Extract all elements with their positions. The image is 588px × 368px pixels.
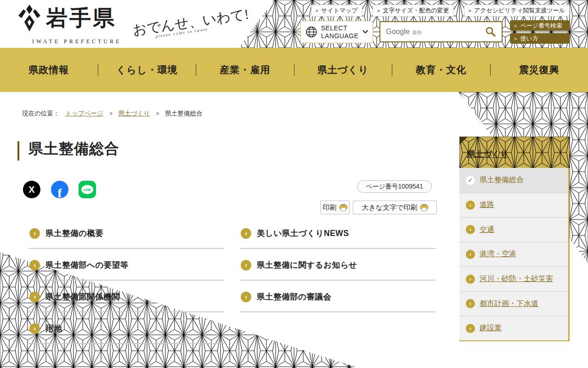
facebook-icon: f [58,186,62,198]
large-print-button[interactable]: 大きな文字で印刷 [353,201,437,214]
site-name-en: IWATE PREFECTURE [32,38,121,45]
nav-item-kendo[interactable]: 県土づくり [294,63,392,76]
divider [240,248,435,249]
accessibility-tool-label: アクセシビリティ閲覧支援ツール [474,6,565,15]
page-number-badge: ページ番号1009541 [357,180,432,193]
printer-icon [339,204,347,211]
print-button[interactable]: 印刷 [320,201,350,214]
chevron-right-icon: > [469,8,471,13]
check-icon: ✓ [466,176,475,185]
sidebar-item-kotsu[interactable]: › 交通 [459,217,568,242]
sitemap-label: サイトマップ [321,6,358,15]
text-size-color-button[interactable]: > 文字サイズ・配色の変更 [373,5,454,17]
arrow-circle-icon: › [29,228,40,239]
select-language-button[interactable]: SELECT LANGUAGE [300,21,373,43]
text-size-color-label: 文字サイズ・配色の変更 [383,6,449,15]
title-accent-bar [17,141,19,161]
corner-fold-icon [459,137,468,145]
link-kendo-kikan[interactable]: › 県土整備部関係機関 [29,291,120,302]
sidebar-item-kowan-kuko[interactable]: › 港湾・空港 [459,242,568,267]
globe-icon [305,26,317,38]
page: 岩手県 IWATE PREFECTURE おでんせ、いわて! please co… [0,0,588,368]
sitemap-button[interactable]: > サイトマップ [311,5,362,17]
breadcrumb-separator: > [109,110,113,117]
chevron-right-icon: > [514,36,517,41]
sidebar-header: 県土づくり [459,137,570,168]
search-icon[interactable] [485,26,496,37]
nav-item-kensei[interactable]: 県政情報 [0,63,98,76]
arrow-circle-icon: › [241,228,251,239]
asanoha-pattern [0,239,459,368]
link-yochi[interactable]: › 用地 [29,323,62,334]
page-number-search-label: ページ番号検索 [520,22,562,30]
how-to-use-label: 使い方 [520,34,538,43]
quick-buttons: > ページ番号検索 > 使い方 [510,20,570,44]
category-sidebar: 県土づくり ✓ 県土整備総合 › 道路 › 交通 › 港湾・空港 › 河川・砂防… [459,137,570,341]
chevron-right-icon: > [514,23,517,29]
divider [28,343,224,344]
nav-item-kyoiku[interactable]: 教育・文化 [392,63,490,76]
site-header: 岩手県 IWATE PREFECTURE おでんせ、いわて! please co… [0,0,588,48]
link-kendo-gaiyo[interactable]: › 県土整備の概要 [29,228,103,239]
how-to-use-button[interactable]: > 使い方 [510,33,570,44]
breadcrumb: 現在の位置： トップページ > 県土づくり > 県土整備総合 [22,109,202,118]
divider [28,311,224,312]
arrow-circle-icon: › [466,324,475,333]
arrow-circle-icon: › [29,323,40,334]
select-language-label: SELECT LANGUAGE [321,24,359,39]
breadcrumb-prefix: 現在の位置： [22,109,59,118]
divider [240,280,435,281]
arrow-circle-icon: › [466,299,475,308]
link-kendo-yobo[interactable]: › 県土整備部への要望等 [29,259,129,270]
link-kendo-shingikai[interactable]: › 県土整備部の審議会 [241,291,331,302]
line-icon: LINE [81,185,93,194]
breadcrumb-link-kendo[interactable]: 県土づくり [119,109,150,118]
chevron-down-icon [362,30,368,34]
utility-links: > サイトマップ > 文字サイズ・配色の変更 > アクセシビリティ閲覧支援ツール [311,5,570,17]
sidebar-item-kasen-sabo[interactable]: › 河川・砂防・土砂災害 [459,266,568,291]
site-tagline: おでんせ、いわて! [131,5,250,40]
arrow-circle-icon: › [466,250,475,259]
arrow-circle-icon: › [466,225,475,234]
divider [28,248,224,249]
arrow-circle-icon: › [466,275,475,284]
divider [28,280,224,281]
breadcrumb-current: 県土整備総合 [165,109,202,118]
sidebar-item-kensetsugyo[interactable]: › 建設業 [459,316,568,340]
chevron-right-icon: > [377,8,380,13]
printer-icon [420,204,428,211]
nav-item-sangyo[interactable]: 産業・雇用 [196,63,294,76]
x-icon: X [28,184,34,195]
iwate-crest-icon [17,5,42,32]
global-nav: 県政情報 くらし・環境 産業・雇用 県土づくり 教育・文化 震災復興 [0,48,588,92]
sidebar-item-kendoseibisogo[interactable]: ✓ 県土整備総合 [459,168,568,193]
arrow-circle-icon: › [241,292,251,302]
arrow-circle-icon: › [466,201,475,210]
link-kendo-oshirase[interactable]: › 県土整備に関するお知らせ [241,259,357,270]
share-x-button[interactable]: X [23,181,40,198]
arrow-circle-icon: › [29,292,40,302]
breadcrumb-link-top[interactable]: トップページ [65,109,103,118]
breadcrumb-separator: > [156,110,159,117]
share-facebook-button[interactable]: f [51,181,68,198]
page-number-search-button[interactable]: > ページ番号検索 [510,20,570,31]
search-provided-label: 提供 [413,29,422,36]
arrow-circle-icon: › [29,260,40,270]
sidebar-item-toshikeikaku[interactable]: › 都市計画・下水道 [459,291,568,316]
page-title: 県土整備総合 [28,139,119,159]
nav-item-shinsai[interactable]: 震災復興 [491,63,588,76]
site-name[interactable]: 岩手県 [46,4,116,33]
sidebar-items: ✓ 県土整備総合 › 道路 › 交通 › 港湾・空港 › 河川・砂防・土砂災害 … [459,168,570,341]
accessibility-tool-button[interactable]: > アクセシビリティ閲覧支援ツール [464,5,570,17]
chevron-right-icon: > [316,8,318,13]
search-input[interactable]: Google 提供 [379,21,503,42]
sidebar-item-doro[interactable]: › 道路 [459,193,568,218]
nav-item-kurashi[interactable]: くらし・環境 [98,63,196,76]
arrow-circle-icon: › [241,260,251,270]
share-line-button[interactable]: LINE [79,181,96,198]
divider [240,311,435,312]
search-brand-label: Google [386,28,410,36]
link-utsukushii-news[interactable]: › 美しい県土づくりNEWS [241,228,349,239]
sidebar-title-link[interactable]: 県土づくり [467,149,509,160]
